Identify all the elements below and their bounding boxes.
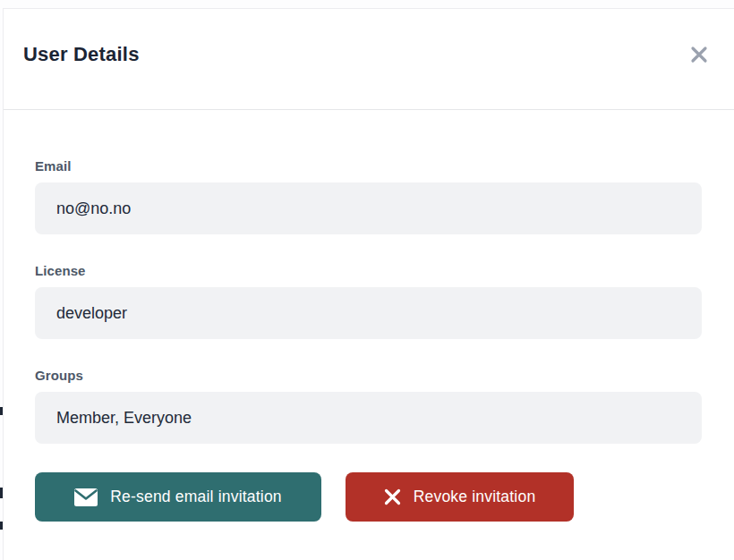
- license-field[interactable]: [35, 287, 702, 339]
- groups-label: Groups: [35, 368, 702, 383]
- groups-field-group: Groups: [35, 368, 702, 444]
- modal-header: User Details: [4, 9, 734, 110]
- close-button[interactable]: [685, 41, 713, 70]
- resend-invitation-label: Re-send email invitation: [110, 488, 282, 506]
- groups-field[interactable]: [35, 392, 702, 444]
- license-label: License: [35, 263, 702, 278]
- license-field-group: License: [35, 263, 702, 339]
- x-icon: [384, 488, 401, 505]
- user-details-modal: User Details Email License Groups: [3, 8, 734, 560]
- modal-body: Email License Groups Re-send email invit…: [4, 110, 734, 522]
- email-label: Email: [35, 158, 702, 174]
- action-button-row: Re-send email invitation Revoke invitati…: [35, 472, 734, 522]
- email-field-group: Email: [35, 158, 702, 234]
- modal-title: User Details: [23, 43, 140, 66]
- envelope-icon: [74, 488, 98, 506]
- close-icon: [689, 45, 709, 67]
- revoke-invitation-button[interactable]: Revoke invitation: [346, 472, 574, 522]
- revoke-invitation-label: Revoke invitation: [414, 488, 536, 506]
- email-field[interactable]: [35, 182, 702, 234]
- resend-invitation-button[interactable]: Re-send email invitation: [35, 472, 321, 522]
